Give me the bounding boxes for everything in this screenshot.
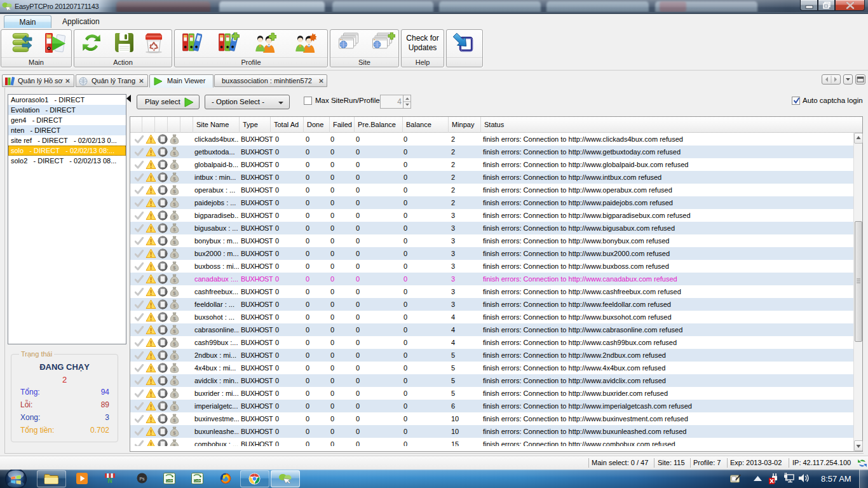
svg-text:N: N: [107, 477, 112, 484]
svg-text:Code: Code: [194, 479, 201, 482]
svg-text:Ps: Ps: [139, 477, 145, 481]
svg-text:Code: Code: [166, 479, 173, 482]
